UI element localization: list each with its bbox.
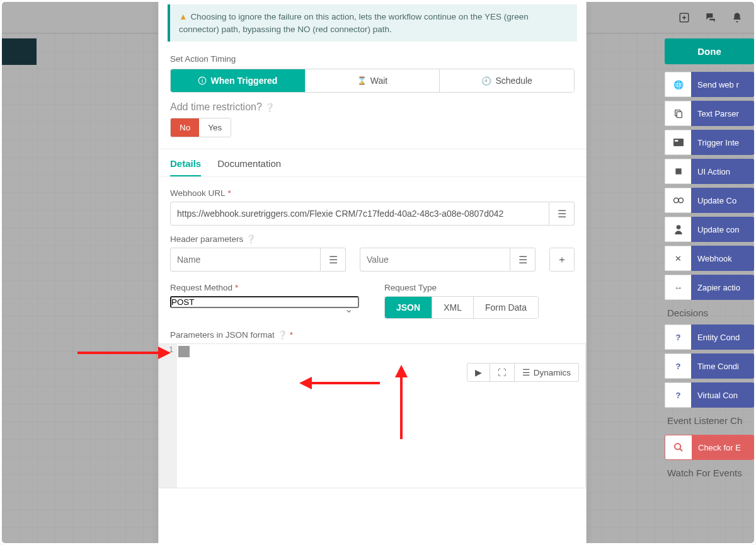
request-method-label: Request Method* <box>170 283 359 292</box>
play-button[interactable]: ▶ <box>467 363 490 382</box>
copy-icon <box>665 101 691 126</box>
annotation-arrow <box>298 372 380 397</box>
action-label: Webhook <box>691 246 754 271</box>
check-label: Check for E <box>692 435 753 459</box>
action-item[interactable]: Text Parser <box>665 101 754 126</box>
search-icon <box>665 435 692 459</box>
action-item[interactable]: Update Co <box>665 188 754 213</box>
action-item[interactable]: ✕ Webhook <box>665 246 754 271</box>
decision-item[interactable]: ? Entity Cond <box>665 324 754 350</box>
decision-label: Time Condi <box>691 353 754 379</box>
harr-icon: ↔ <box>665 275 691 300</box>
svg-rect-12 <box>202 79 203 79</box>
field-menu-button[interactable]: ☰ <box>549 202 575 226</box>
question-icon: ? <box>665 324 691 350</box>
request-type-form[interactable]: Form Data <box>473 297 538 318</box>
tab-details[interactable]: Details <box>170 158 201 176</box>
svg-marker-14 <box>158 347 171 359</box>
config-tabs: Details Documentation <box>159 149 586 177</box>
request-type-xml[interactable]: XML <box>432 297 473 318</box>
square-icon <box>665 159 691 184</box>
svg-rect-5 <box>675 168 681 174</box>
event-listener-heading: Event Listener Ch <box>665 411 754 428</box>
help-icon[interactable]: ❔ <box>265 103 275 112</box>
tab-documentation[interactable]: Documentation <box>217 158 281 176</box>
timing-selector[interactable]: When Triggered ⌛ Wait 🕘 Schedule <box>170 69 575 93</box>
question-icon: ? <box>665 353 691 379</box>
action-config-modal: ▲Choosing to ignore the failure on this … <box>158 0 587 545</box>
decisions-heading: Decisions <box>665 304 754 321</box>
action-label: Update Co <box>691 188 754 213</box>
params-json-label: Parameters in JSON format ❔ * <box>170 330 575 340</box>
request-type-json[interactable]: JSON <box>385 297 432 318</box>
decision-label: Entity Cond <box>691 324 754 350</box>
info-text: Choosing to ignore the failure on this a… <box>179 12 529 34</box>
svg-point-9 <box>675 444 680 449</box>
webhook-url-input[interactable] <box>170 202 549 226</box>
action-label: Zapier actio <box>691 275 754 300</box>
timing-wait[interactable]: ⌛ Wait <box>305 69 440 92</box>
dynamics-button[interactable]: ☰ Dynamics <box>515 363 579 382</box>
header-value-input[interactable] <box>360 248 510 272</box>
decision-item[interactable]: ? Virtual Con <box>665 382 754 408</box>
action-item[interactable]: Update con <box>665 217 754 242</box>
svg-marker-16 <box>299 377 312 389</box>
action-item[interactable]: Trigger Inte <box>665 130 754 155</box>
svg-marker-18 <box>395 365 408 377</box>
svg-point-6 <box>673 198 679 203</box>
field-menu-button[interactable]: ☰ <box>321 248 346 272</box>
request-method-select[interactable] <box>170 296 359 308</box>
done-button[interactable]: Done <box>665 38 754 64</box>
user-icon <box>665 217 691 242</box>
restrict-no[interactable]: No <box>171 118 199 137</box>
action-label: Trigger Inte <box>691 130 754 155</box>
shuffle-icon: ✕ <box>665 246 691 271</box>
field-menu-button[interactable]: ☰ <box>510 248 536 272</box>
add-header-button[interactable]: ＋ <box>549 248 575 272</box>
timing-label: Set Action Timing <box>170 54 575 64</box>
decision-item[interactable]: ? Time Condi <box>665 353 754 379</box>
left-panel-tab[interactable] <box>2 38 37 65</box>
action-item[interactable]: 🌐 Send web r <box>665 72 754 97</box>
restrict-toggle[interactable]: No Yes <box>170 118 231 137</box>
svg-rect-3 <box>673 139 684 146</box>
header-params-label: Header parameters ❔ <box>170 234 575 244</box>
bell-icon[interactable] <box>730 11 744 25</box>
question-icon: ? <box>665 382 691 408</box>
check-events-button[interactable]: Check for E <box>665 435 754 460</box>
gears-icon <box>665 188 691 213</box>
warning-icon: ▲ <box>179 12 187 21</box>
editor-cursor <box>178 346 190 357</box>
expand-icon: ⛶ <box>498 368 507 377</box>
header-name-input[interactable] <box>170 248 321 272</box>
svg-rect-4 <box>675 140 678 142</box>
webhook-url-label: Webhook URL* <box>170 188 575 198</box>
chat-icon[interactable] <box>704 11 718 25</box>
hourglass-icon: ⌛ <box>357 76 367 85</box>
timing-when-triggered[interactable]: When Triggered <box>171 69 305 92</box>
list-icon: ☰ <box>522 367 530 377</box>
time-restriction-label: Add time restriction? ❔ <box>170 101 275 113</box>
restrict-yes[interactable]: Yes <box>199 118 231 137</box>
action-item[interactable]: UI Action <box>665 159 754 184</box>
info-circle-icon <box>198 76 207 85</box>
request-type-selector[interactable]: JSON XML Form Data <box>384 296 539 319</box>
card-icon <box>665 130 691 155</box>
add-icon[interactable] <box>677 11 691 25</box>
info-banner: ▲Choosing to ignore the failure on this … <box>168 4 577 42</box>
clock-icon: 🕘 <box>481 76 491 86</box>
expand-button[interactable]: ⛶ <box>490 363 515 382</box>
request-type-label: Request Type <box>384 283 539 292</box>
play-icon: ▶ <box>475 367 482 377</box>
timing-schedule[interactable]: 🕘 Schedule <box>439 69 574 92</box>
decision-label: Virtual Con <box>691 382 754 408</box>
annotation-arrow <box>390 364 413 442</box>
watch-events-heading: Watch For Events <box>665 464 754 481</box>
action-item[interactable]: ↔ Zapier actio <box>665 275 754 300</box>
json-editor[interactable]: 1 ▶ ⛶ ☰ Dynamics <box>159 343 586 488</box>
annotation-arrow <box>77 341 172 367</box>
action-label: Text Parser <box>691 101 754 126</box>
action-label: UI Action <box>691 159 754 184</box>
help-icon[interactable]: ❔ <box>246 234 256 244</box>
help-icon[interactable]: ❔ <box>277 330 287 340</box>
